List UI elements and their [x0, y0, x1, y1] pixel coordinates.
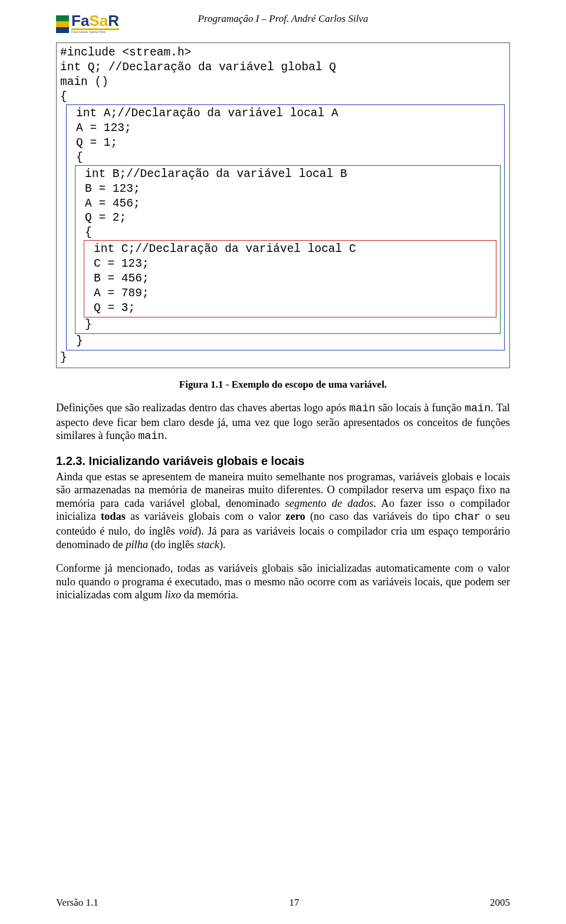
italic-text: stack [197, 539, 219, 551]
text: Definições que são realizadas dentro das… [56, 402, 349, 414]
scope-box-green: int B;//Declaração da variável local B B… [75, 165, 501, 334]
italic-text: void [179, 525, 198, 537]
text: (no caso das variáveis do tipo [305, 510, 455, 522]
figure-caption: Figura 1.1 - Exemplo do escopo de uma va… [56, 379, 510, 391]
logo: FaSaR Faculdade Santa Rita [56, 12, 133, 37]
footer-year: 2005 [490, 897, 510, 909]
code-line: int Q; //Declaração da variável global Q [60, 60, 506, 75]
footer-version: Versão 1.1 [56, 897, 98, 909]
paragraph: Ainda que estas se apresentem de maneira… [56, 470, 510, 551]
italic-text: lixo [164, 589, 181, 601]
code-line: Q = 3; [87, 301, 493, 316]
header-title: Programação I – Prof. André Carlos Silva [133, 13, 433, 25]
code-line: { [69, 150, 502, 165]
logo-flag-icon [56, 15, 69, 33]
code-line: A = 789; [87, 286, 493, 301]
text: da memória. [181, 589, 238, 601]
italic-text: pilha [126, 539, 148, 551]
paragraph: Conforme já mencionado, todas as variáve… [56, 562, 510, 602]
code-line: C = 123; [87, 257, 493, 271]
code-line: { [60, 90, 506, 104]
code-line: Q = 1; [69, 136, 502, 150]
code-inline: char [455, 511, 481, 523]
code-line: B = 456; [87, 271, 493, 286]
text: as variáveis globais com o valor [126, 510, 285, 522]
code-inline: main [138, 430, 164, 443]
scope-box-red: int C;//Declaração da variável local C C… [84, 240, 496, 317]
code-line: Q = 2; [78, 211, 498, 225]
code-line: A = 456; [78, 196, 498, 211]
italic-text: segmento de dados [285, 497, 374, 509]
text: são locais à função [375, 402, 464, 414]
code-line: main () [60, 75, 506, 90]
code-line: } [69, 334, 502, 349]
code-inline: main [465, 402, 491, 415]
bold-text: todas [101, 510, 126, 522]
code-inline: main [349, 402, 375, 415]
code-line: int B;//Declaração da variável local B [78, 167, 498, 182]
paragraph: Definições que são realizadas dentro das… [56, 401, 510, 444]
code-line: } [78, 317, 498, 332]
section-heading: 1.2.3. Inicializando variáveis globais e… [56, 454, 510, 468]
text: . [164, 430, 167, 441]
text: Conforme já mencionado, todas as variáve… [56, 562, 510, 601]
code-line: #include <stream.h> [60, 45, 506, 60]
code-line: B = 123; [78, 182, 498, 196]
scope-box-blue: int A;//Declaração da variável local A A… [66, 104, 505, 350]
logo-text: FaSaR Faculdade Santa Rita [71, 15, 119, 34]
text: ). [219, 539, 226, 551]
page-header: FaSaR Faculdade Santa Rita Programação I… [56, 12, 510, 37]
bold-text: zero [285, 510, 305, 522]
page-footer: Versão 1.1 17 2005 [56, 897, 510, 909]
code-block: #include <stream.h> int Q; //Declaração … [56, 42, 510, 368]
text: (do inglês [148, 539, 197, 551]
footer-page-number: 17 [289, 897, 299, 909]
code-line: A = 123; [69, 121, 502, 136]
code-line: int C;//Declaração da variável local C [87, 242, 493, 257]
code-line: } [60, 350, 506, 365]
code-line: { [78, 225, 498, 240]
code-line: int A;//Declaração da variável local A [69, 106, 502, 121]
